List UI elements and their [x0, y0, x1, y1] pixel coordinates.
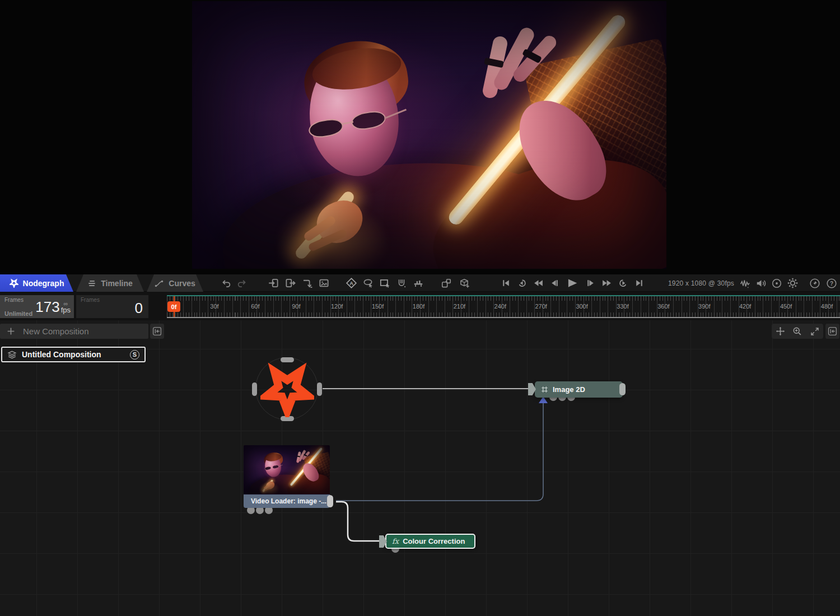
duplicate-instance-icon[interactable]	[439, 276, 454, 291]
nodegraph-canvas[interactable]: New Composition Untitled Composition S	[0, 320, 840, 616]
app-logo-star-icon	[260, 361, 314, 417]
ruler-tick-label: 480f	[816, 303, 838, 310]
export-icon[interactable]	[283, 276, 297, 291]
video-output-connector[interactable]	[327, 495, 333, 507]
undo-icon[interactable]	[218, 276, 233, 291]
video-loader-title-bar[interactable]: Video Loader: image -...	[244, 494, 330, 508]
fx-icon: fx	[392, 537, 399, 545]
node-label: Video Loader: image -...	[251, 497, 326, 505]
image2d-input-connector[interactable]	[528, 383, 536, 395]
record-icon[interactable]	[769, 276, 784, 291]
output-root-node[interactable]	[242, 344, 332, 434]
pin-icon[interactable]	[808, 276, 822, 291]
resolution-display: 1920 x 1080 @ 30fps	[665, 274, 737, 292]
ruler-tick-label: 360f	[652, 303, 675, 310]
svg-text:?: ?	[830, 280, 833, 286]
ruler-ticks-top	[167, 296, 840, 301]
tab-label: Timeline	[101, 279, 133, 288]
video-thumbnail	[244, 445, 330, 494]
ruler-tick-label: 30f	[203, 303, 226, 310]
ruler-tick-label: 300f	[571, 303, 593, 310]
timeline-icon	[87, 279, 96, 288]
node-wires	[0, 320, 840, 616]
waveform-icon[interactable]	[738, 276, 753, 291]
skip-to-end-icon[interactable]	[632, 276, 646, 291]
fps-value: 173	[35, 300, 59, 314]
ruler-tick-label: 90f	[285, 303, 307, 310]
lasso-select-icon[interactable]	[361, 276, 375, 291]
auto-key-diamond-icon[interactable]: A	[344, 276, 358, 291]
image2d-output-connector[interactable]	[619, 383, 626, 395]
tab-timeline[interactable]: Timeline	[76, 274, 144, 292]
redo-icon[interactable]	[235, 276, 250, 291]
ruler-tick-label: 180f	[408, 303, 430, 310]
workbench-icon[interactable]	[411, 276, 426, 291]
step-forward-icon[interactable]	[583, 276, 598, 291]
colour-correction-node[interactable]: fx Colour Correction	[385, 534, 475, 549]
fill-region-icon[interactable]	[394, 276, 409, 291]
video-preview-frame	[192, 1, 666, 269]
ruler-tick-label: 210f	[448, 303, 470, 310]
frame-icon	[540, 385, 549, 394]
frame-limit-label: Unlimited	[4, 310, 32, 317]
ruler-tick-label: 240f	[489, 303, 511, 310]
help-icon[interactable]: ?	[824, 276, 839, 291]
ruler-tick-label: 120f	[326, 303, 348, 310]
app-logo-icon	[10, 278, 18, 288]
connector-right[interactable]	[317, 382, 322, 396]
fast-forward-icon[interactable]	[599, 276, 614, 291]
tab-curves[interactable]: Curves	[147, 274, 203, 292]
rewind-icon[interactable]	[531, 276, 545, 291]
frame-rate-box[interactable]: Frames 173 ∞ fps Unlimited	[0, 295, 74, 318]
tab-label: Curves	[169, 279, 195, 288]
ruler-tick-label: 450f	[775, 303, 797, 310]
step-back-icon[interactable]	[547, 276, 562, 291]
connector-left[interactable]	[252, 382, 257, 396]
node-label: Image 2D	[553, 385, 585, 394]
ruler-tick-label: 420f	[734, 303, 757, 310]
ruler-tick-label: 270f	[530, 303, 552, 310]
marquee-select-icon[interactable]	[377, 276, 392, 291]
main-toolbar: Nodegraph Timeline Curves A	[0, 274, 840, 292]
current-frame-box[interactable]: Frames 0	[76, 295, 148, 318]
gear-icon[interactable]	[785, 276, 800, 291]
play-icon[interactable]	[563, 276, 581, 291]
video-preview-image	[192, 1, 666, 269]
image2d-node[interactable]: Image 2D	[535, 381, 623, 398]
image-icon[interactable]	[316, 276, 331, 291]
tab-nodegraph[interactable]: Nodegraph	[0, 274, 73, 292]
ruler-tick-label: 330f	[612, 303, 634, 310]
colour-input-connector[interactable]	[379, 535, 387, 548]
skip-to-start-icon[interactable]	[498, 276, 513, 291]
fps-unit: fps	[61, 306, 71, 314]
ruler-tick-label: 150f	[367, 303, 389, 310]
curves-icon	[155, 279, 164, 288]
ruler-ticks-bottom	[167, 312, 840, 317]
tab-label: Nodegraph	[23, 279, 64, 288]
viewer-panel	[0, 0, 840, 274]
node-label: Colour Correction	[403, 537, 465, 545]
ruler-tick-label: 390f	[693, 303, 716, 310]
add-package-icon[interactable]	[457, 276, 472, 291]
ruler-tick-label: 60f	[244, 303, 267, 310]
import-icon[interactable]	[266, 276, 281, 291]
timeline-ruler[interactable]: 0f 30f60f90f120f150f180f210f240f270f300f…	[167, 295, 840, 318]
svg-text:A: A	[349, 281, 353, 286]
playhead-badge[interactable]: 0f	[167, 301, 180, 312]
play-backward-icon[interactable]	[515, 276, 529, 291]
connector-elbow-icon[interactable]	[300, 276, 314, 291]
current-frame-value: 0	[135, 300, 143, 317]
timeline-bar: Frames 173 ∞ fps Unlimited Frames 0 0f 3…	[0, 292, 840, 320]
speaker-icon[interactable]	[754, 276, 768, 291]
play-loop-icon[interactable]	[615, 276, 630, 291]
